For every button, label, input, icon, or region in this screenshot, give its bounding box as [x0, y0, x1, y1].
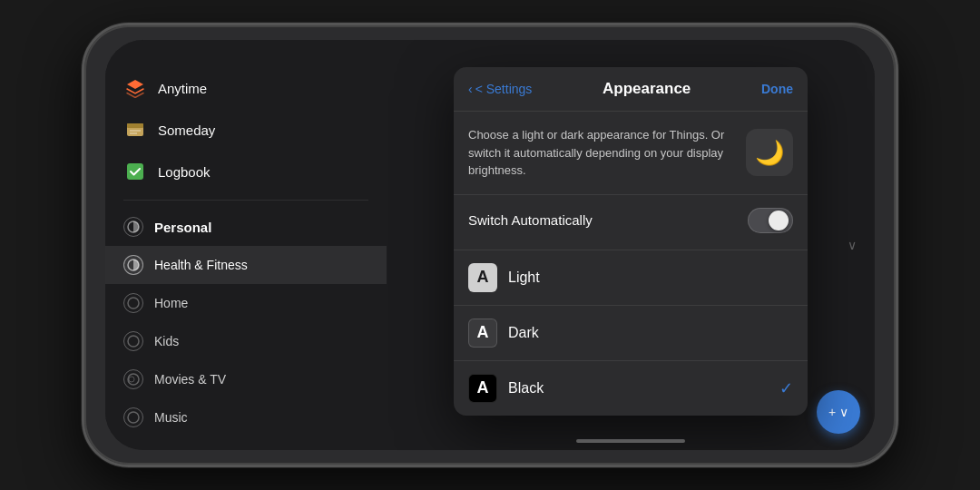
logbook-label: Logbook [158, 164, 211, 180]
option-row-dark[interactable]: A Dark [454, 306, 808, 361]
layers-icon [123, 76, 147, 100]
music-label: Music [154, 410, 188, 425]
light-option-icon: A [468, 263, 497, 292]
kids-label: Kids [154, 334, 179, 348]
sidebar-item-personal[interactable]: Personal [105, 208, 387, 246]
home-circle-icon [123, 293, 143, 313]
svg-point-9 [128, 374, 139, 385]
back-button[interactable]: ‹ < Settings [468, 82, 532, 96]
sidebar-item-logbook[interactable]: Logbook [105, 151, 387, 192]
sidebar-item-health-fitness[interactable]: Health & Fitness [105, 246, 387, 284]
appearance-panel: ‹ < Settings Appearance Done Choose a li… [454, 67, 808, 416]
svg-rect-1 [127, 123, 143, 128]
chevron-left-icon: ‹ [468, 82, 473, 96]
someday-label: Someday [158, 122, 215, 138]
music-circle-icon [123, 407, 143, 427]
panel-header: ‹ < Settings Appearance Done [454, 67, 808, 112]
light-option-label: Light [508, 270, 793, 286]
black-option-label: Black [508, 380, 779, 397]
fab-label: + ∨ [828, 405, 848, 419]
sidebar-item-someday[interactable]: Someday [105, 109, 387, 151]
sidebar-item-movies-tv[interactable]: Movies & TV [105, 360, 387, 398]
dark-option-icon: A [468, 318, 497, 348]
sidebar-divider [123, 200, 368, 201]
svg-point-8 [128, 336, 139, 347]
sidebar-item-home[interactable]: Home [105, 284, 387, 322]
health-fitness-label: Health & Fitness [154, 258, 248, 272]
personal-circle-icon [123, 217, 143, 237]
option-row-black[interactable]: A Black ✓ [454, 361, 808, 416]
sidebar: Anytime Someday [105, 40, 387, 450]
appearance-options: A Light A Dark A Black ✓ [454, 250, 808, 416]
main-content: ∨ + ∨ ‹ < Settings Appearance Done [387, 40, 875, 450]
fab-button[interactable]: + ∨ [817, 390, 860, 434]
option-row-light[interactable]: A Light [454, 250, 808, 306]
back-label: < Settings [475, 82, 533, 96]
chevron-down-icon: ∨ [848, 238, 857, 252]
kids-circle-icon [123, 331, 143, 351]
home-label: Home [154, 296, 188, 310]
panel-title: Appearance [603, 80, 691, 98]
description-text: Choose a light or dark appearance for Th… [468, 126, 733, 180]
health-circle-icon [123, 255, 143, 275]
svg-point-7 [128, 298, 139, 309]
personal-label: Personal [154, 220, 211, 235]
logbook-icon [123, 160, 147, 183]
black-option-icon: A [468, 374, 497, 403]
switch-toggle[interactable] [748, 208, 793, 233]
sidebar-item-anytime[interactable]: Anytime [105, 67, 387, 109]
movies-tv-label: Movies & TV [154, 372, 226, 387]
svg-rect-4 [127, 163, 143, 180]
movies-circle-icon [123, 369, 143, 389]
moon-icon: 🌙 [755, 139, 784, 167]
done-button[interactable]: Done [761, 82, 793, 96]
phone-screen: Anytime Someday [105, 40, 875, 450]
dark-option-label: Dark [508, 325, 793, 341]
checkmark-icon: ✓ [779, 378, 793, 398]
switch-automatically-row: Switch Automatically [454, 194, 808, 246]
svg-point-10 [128, 412, 139, 423]
sidebar-item-kids[interactable]: Kids [105, 322, 387, 360]
phone-shell: Anytime Someday [82, 23, 898, 467]
switch-label: Switch Automatically [468, 212, 593, 228]
moon-icon-button[interactable]: 🌙 [746, 129, 793, 176]
anytime-label: Anytime [158, 81, 207, 96]
toggle-knob [769, 211, 789, 230]
someday-icon [123, 118, 147, 142]
home-indicator [576, 439, 685, 443]
panel-description: Choose a light or dark appearance for Th… [454, 112, 808, 194]
sidebar-item-music[interactable]: Music [105, 398, 387, 436]
